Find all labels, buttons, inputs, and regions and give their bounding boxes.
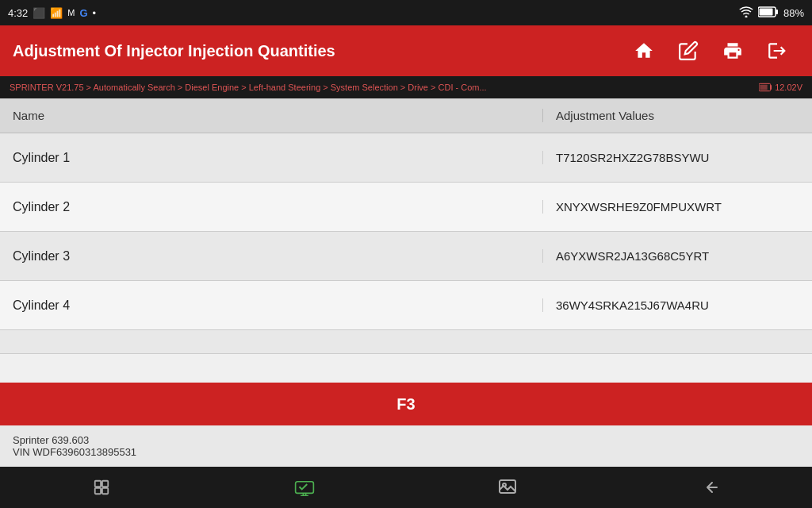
vehicle-vin: VIN WDF63960313895531: [13, 446, 799, 458]
cylinder-1-value: T7120SR2HXZ2G78BSYWU: [542, 151, 812, 164]
dot-indicator: •: [93, 7, 97, 19]
breadcrumb-text: SPRINTER V21.75 > Automatically Search >…: [10, 83, 749, 92]
svg-rect-3: [759, 8, 772, 15]
battery-icon: [758, 6, 779, 20]
table-row: Cylinder 3 A6YXWSR2JA13G68C5YRT: [0, 232, 812, 281]
content-area: Name Adjustment Values Cylinder 1 T7120S…: [0, 98, 812, 467]
status-right: 88%: [739, 6, 804, 20]
col-name-header: Name: [0, 109, 542, 122]
f3-button[interactable]: F3: [0, 383, 812, 425]
cylinder-2-name: Cylinder 2: [0, 200, 542, 214]
status-bar: 4:32 ⬛ 📶 M G • 88%: [0, 0, 812, 25]
data-table: Name Adjustment Values Cylinder 1 T7120S…: [0, 98, 812, 383]
svg-rect-9: [95, 488, 101, 494]
save-icon: ⬛: [33, 7, 45, 19]
cylinder-1-name: Cylinder 1: [0, 151, 542, 165]
vehicle-model: Sprinter 639.603: [13, 434, 799, 446]
back-button[interactable]: [691, 468, 730, 507]
header: Adjustment Of Injector Injection Quantit…: [0, 25, 812, 76]
cylinder-3-value: A6YXWSR2JA13G68C5YRT: [542, 249, 812, 263]
signal-icon: 📶: [50, 7, 63, 19]
cylinder-3-name: Cylinder 3: [0, 249, 542, 264]
svg-rect-6: [760, 85, 767, 90]
table-row-partial: [0, 330, 812, 354]
footer-info: Sprinter 639.603 VIN WDF63960313895531: [0, 425, 812, 467]
exit-button[interactable]: [755, 29, 799, 73]
vci-button[interactable]: [285, 468, 324, 507]
voltage-display: 12.02V: [759, 83, 802, 92]
svg-rect-2: [776, 10, 778, 14]
gallery-button[interactable]: [488, 468, 527, 507]
svg-rect-8: [102, 481, 108, 487]
cylinder-2-value: XNYXWSRHE9Z0FMPUXWRT: [542, 200, 812, 214]
svg-rect-10: [102, 488, 108, 494]
cylinder-4-name: Cylinder 4: [0, 298, 542, 313]
table-row: Cylinder 1 T7120SR2HXZ2G78BSYWU: [0, 133, 812, 183]
svg-rect-5: [771, 85, 772, 89]
breadcrumb: SPRINTER V21.75 > Automatically Search >…: [0, 76, 812, 98]
time-display: 4:32: [8, 7, 28, 19]
cylinder-4-value: 36WY4SRKA215J67WA4RU: [542, 298, 812, 312]
wifi-icon: [739, 6, 753, 20]
recent-apps-button[interactable]: [82, 468, 121, 507]
gmail-icon: M: [67, 8, 75, 17]
nav-bar: [0, 467, 812, 508]
google-icon: G: [79, 7, 87, 19]
svg-rect-7: [95, 481, 101, 487]
col-value-header: Adjustment Values: [542, 109, 812, 122]
home-button[interactable]: [622, 29, 666, 73]
svg-point-0: [745, 15, 747, 17]
table-row: Cylinder 2 XNYXWSRHE9Z0FMPUXWRT: [0, 183, 812, 232]
page-title: Adjustment Of Injector Injection Quantit…: [13, 42, 622, 60]
table-header: Name Adjustment Values: [0, 98, 812, 133]
voltage-value: 12.02V: [775, 83, 802, 92]
app-container: Adjustment Of Injector Injection Quantit…: [0, 25, 812, 467]
battery-percent: 88%: [783, 7, 804, 19]
print-button[interactable]: [710, 29, 755, 73]
status-left: 4:32 ⬛ 📶 M G •: [8, 7, 96, 19]
table-row: Cylinder 4 36WY4SRKA215J67WA4RU: [0, 281, 812, 330]
edit-button[interactable]: [666, 29, 710, 73]
